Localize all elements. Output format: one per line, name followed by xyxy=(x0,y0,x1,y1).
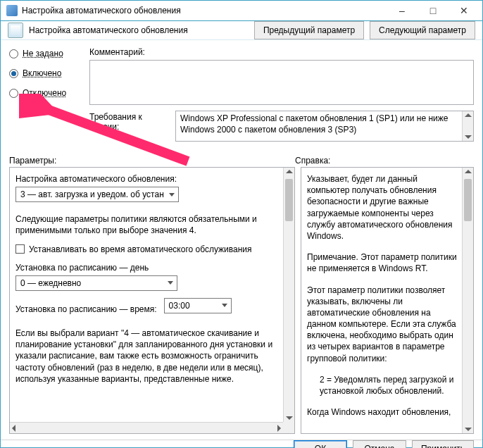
comment-label: Комментарий: xyxy=(89,47,474,57)
scrollbar-thumb[interactable] xyxy=(464,179,472,221)
window-title: Настройка автоматического обновления xyxy=(22,6,387,15)
help-p3: Этот параметр политики позволяет указыва… xyxy=(307,285,458,364)
mandatory-note: Следующие параметры политики являются об… xyxy=(15,213,279,236)
schedule-day-combo[interactable]: 0 — ежедневно xyxy=(15,275,177,291)
radio-icon xyxy=(9,49,18,58)
help-p4: Когда Windows находит обновления, xyxy=(307,406,458,418)
chevron-down-icon xyxy=(218,299,231,313)
comment-textarea[interactable] xyxy=(89,60,474,105)
help-heading: Справка: xyxy=(295,156,474,166)
radio-disabled[interactable]: Отключено xyxy=(9,88,77,98)
cancel-button[interactable]: Отмена xyxy=(353,440,406,448)
scrollbar-thumb[interactable] xyxy=(285,179,293,221)
scrollbar-vertical[interactable] xyxy=(283,168,294,422)
dialog-footer: ОК Отмена Применить xyxy=(1,440,482,448)
app-icon xyxy=(6,5,18,16)
radio-label: Не задано xyxy=(23,49,63,58)
checkbox-icon xyxy=(15,244,25,254)
apply-button[interactable]: Применить xyxy=(412,440,474,448)
chevron-down-icon xyxy=(164,276,177,290)
policy-icon xyxy=(8,23,23,38)
policy-title: Настройка автоматического обновления xyxy=(29,25,249,35)
minimize-button[interactable]: – xyxy=(387,1,418,20)
scrollbar-vertical[interactable] xyxy=(462,168,473,433)
next-setting-button[interactable]: Следующий параметр xyxy=(370,21,475,39)
help-option-2: 2 = Уведомлять перед загрузкой и установ… xyxy=(307,374,458,397)
checkbox-label: Устанавливать во время автоматического о… xyxy=(29,244,252,255)
update-mode-label: Настройка автоматического обновления: xyxy=(15,173,279,185)
help-p2: Примечание. Этот параметр политики не пр… xyxy=(307,251,458,274)
params-content: Настройка автоматического обновления: 3 … xyxy=(10,168,294,433)
scrollbar-horizontal[interactable] xyxy=(10,422,283,433)
panel-labels: Параметры: Справка: xyxy=(9,156,474,166)
params-footnote: Если вы выбрали вариант "4 — автоматичес… xyxy=(15,328,279,385)
radio-enabled[interactable]: Включено xyxy=(9,68,77,78)
scrollbar-corner xyxy=(283,422,294,433)
params-heading: Параметры: xyxy=(9,156,295,166)
toolbar: Настройка автоматического обновления Пре… xyxy=(1,21,482,40)
params-panel: Настройка автоматического обновления: 3 … xyxy=(9,167,295,434)
radio-icon xyxy=(9,69,18,78)
previous-setting-button[interactable]: Предыдущий параметр xyxy=(254,21,364,39)
combo-value: 03:00 xyxy=(169,300,190,311)
schedule-day-label: Установка по расписанию — день xyxy=(15,262,279,273)
chevron-down-icon xyxy=(165,187,178,201)
policy-editor-window: Настройка автоматического обновления – □… xyxy=(0,0,483,448)
combo-value: 3 — авт. загрузка и уведом. об устан xyxy=(20,189,164,200)
radio-label: Отключено xyxy=(23,88,66,98)
schedule-time-label: Установка по расписанию — время: xyxy=(15,304,157,315)
panels: Настройка автоматического обновления: 3 … xyxy=(9,167,474,434)
radio-icon xyxy=(9,89,18,98)
schedule-time-combo[interactable]: 03:00 xyxy=(164,298,232,313)
body: Не задано Включено Отключено Комментарий… xyxy=(1,40,482,440)
combo-value: 0 — ежедневно xyxy=(20,278,81,289)
ok-button[interactable]: ОК xyxy=(294,440,347,448)
window-controls: – □ ✕ xyxy=(387,1,479,20)
scrollbar-vertical[interactable] xyxy=(462,111,473,141)
version-text: Windows XP Professional с пакетом обновл… xyxy=(175,111,474,142)
radio-label: Включено xyxy=(23,68,61,78)
titlebar: Настройка автоматического обновления – □… xyxy=(1,1,482,21)
maintenance-checkbox[interactable]: Устанавливать во время автоматического о… xyxy=(15,244,279,255)
help-content: Указывает, будет ли данный компьютер пол… xyxy=(301,168,473,433)
close-button[interactable]: ✕ xyxy=(448,1,479,20)
maximize-button[interactable]: □ xyxy=(418,1,448,20)
help-panel: Указывает, будет ли данный компьютер пол… xyxy=(301,167,474,434)
comment-column: Комментарий: Требования к версии: Window… xyxy=(89,47,474,142)
top-row: Не задано Включено Отключено Комментарий… xyxy=(9,47,474,142)
version-text-value: Windows XP Professional с пакетом обновл… xyxy=(180,113,448,135)
update-mode-combo[interactable]: 3 — авт. загрузка и уведом. об устан xyxy=(15,187,179,202)
radio-not-configured[interactable]: Не задано xyxy=(9,49,77,58)
version-label: Требования к версии: xyxy=(9,111,170,142)
help-p1: Указывает, будет ли данный компьютер пол… xyxy=(307,173,458,242)
